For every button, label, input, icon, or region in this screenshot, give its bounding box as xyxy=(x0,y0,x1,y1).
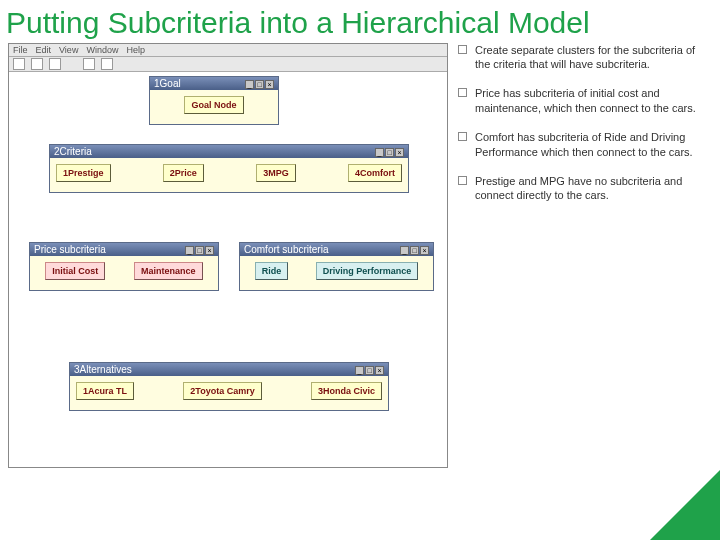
app-canvas: 1Goal _□× Goal Node 2Criteria _□× 1Prest… xyxy=(9,72,447,467)
bullet-text: Price has subcriteria of initial cost an… xyxy=(475,86,708,116)
bullet-text: Create separate clusters for the subcrit… xyxy=(475,43,708,73)
pane-title: Comfort subcriteria xyxy=(244,244,328,255)
maximize-icon[interactable]: □ xyxy=(255,80,264,89)
node-acura[interactable]: 1Acura TL xyxy=(76,382,134,400)
bullet-icon xyxy=(458,88,467,97)
menu-item[interactable]: File xyxy=(13,45,28,55)
bullet-icon xyxy=(458,45,467,54)
close-icon[interactable]: × xyxy=(420,246,429,255)
toolbar-icon[interactable] xyxy=(83,58,95,70)
minimize-icon[interactable]: _ xyxy=(245,80,254,89)
close-icon[interactable]: × xyxy=(375,366,384,375)
maximize-icon[interactable]: □ xyxy=(410,246,419,255)
node-civic[interactable]: 3Honda Civic xyxy=(311,382,382,400)
toolbar-icon[interactable] xyxy=(49,58,61,70)
node-price[interactable]: 2Price xyxy=(163,164,204,182)
pane-titlebar: Comfort subcriteria _□× xyxy=(240,243,433,256)
node-initial-cost[interactable]: Initial Cost xyxy=(45,262,105,280)
close-icon[interactable]: × xyxy=(265,80,274,89)
window-buttons: _□× xyxy=(244,78,274,89)
slide-content: File Edit View Window Help 1Goal _□× xyxy=(0,41,720,468)
pane-comfort-subcriteria: Comfort subcriteria _□× Ride Driving Per… xyxy=(239,242,434,291)
minimize-icon[interactable]: _ xyxy=(185,246,194,255)
app-toolbar xyxy=(9,57,447,72)
toolbar-icon[interactable] xyxy=(101,58,113,70)
node-driving-performance[interactable]: Driving Performance xyxy=(316,262,419,280)
bullet-item: Prestige and MPG have no subcriteria and… xyxy=(458,174,708,204)
minimize-icon[interactable]: _ xyxy=(375,148,384,157)
toolbar-icon[interactable] xyxy=(13,58,25,70)
bullet-icon xyxy=(458,132,467,141)
pane-title: Price subcriteria xyxy=(34,244,106,255)
pane-titlebar: Price subcriteria _□× xyxy=(30,243,218,256)
minimize-icon[interactable]: _ xyxy=(355,366,364,375)
bullet-icon xyxy=(458,176,467,185)
menu-item[interactable]: View xyxy=(59,45,78,55)
toolbar-icon[interactable] xyxy=(31,58,43,70)
close-icon[interactable]: × xyxy=(395,148,404,157)
close-icon[interactable]: × xyxy=(205,246,214,255)
pane-titlebar: 3Alternatives _□× xyxy=(70,363,388,376)
app-window: File Edit View Window Help 1Goal _□× xyxy=(8,43,448,468)
pane-title: 2Criteria xyxy=(54,146,92,157)
diagram-screenshot: File Edit View Window Help 1Goal _□× xyxy=(8,43,448,468)
bullet-text: Comfort has subcriteria of Ride and Driv… xyxy=(475,130,708,160)
pane-titlebar: 1Goal _□× xyxy=(150,77,278,90)
window-buttons: _□× xyxy=(354,364,384,375)
node-camry[interactable]: 2Toyota Camry xyxy=(183,382,261,400)
app-menubar: File Edit View Window Help xyxy=(9,44,447,57)
bullet-text: Prestige and MPG have no subcriteria and… xyxy=(475,174,708,204)
menu-item[interactable]: Window xyxy=(86,45,118,55)
bullet-item: Create separate clusters for the subcrit… xyxy=(458,43,708,73)
pane-price-subcriteria: Price subcriteria _□× Initial Cost Maint… xyxy=(29,242,219,291)
window-buttons: _□× xyxy=(374,146,404,157)
node-mpg[interactable]: 3MPG xyxy=(256,164,296,182)
slide-title: Putting Subcriteria into a Hierarchical … xyxy=(0,0,720,41)
window-buttons: _□× xyxy=(184,244,214,255)
corner-accent xyxy=(650,470,720,540)
menu-item[interactable]: Edit xyxy=(36,45,52,55)
bullet-list: Create separate clusters for the subcrit… xyxy=(448,43,712,468)
node-comfort[interactable]: 4Comfort xyxy=(348,164,402,182)
node-prestige[interactable]: 1Prestige xyxy=(56,164,111,182)
menu-item[interactable]: Help xyxy=(126,45,145,55)
minimize-icon[interactable]: _ xyxy=(400,246,409,255)
pane-goal: 1Goal _□× Goal Node xyxy=(149,76,279,125)
pane-titlebar: 2Criteria _□× xyxy=(50,145,408,158)
maximize-icon[interactable]: □ xyxy=(365,366,374,375)
maximize-icon[interactable]: □ xyxy=(385,148,394,157)
window-buttons: _□× xyxy=(399,244,429,255)
node-goal[interactable]: Goal Node xyxy=(184,96,243,114)
maximize-icon[interactable]: □ xyxy=(195,246,204,255)
pane-title: 3Alternatives xyxy=(74,364,132,375)
pane-alternatives: 3Alternatives _□× 1Acura TL 2Toyota Camr… xyxy=(69,362,389,411)
node-ride[interactable]: Ride xyxy=(255,262,289,280)
pane-criteria: 2Criteria _□× 1Prestige 2Price 3MPG 4Com… xyxy=(49,144,409,193)
node-maintenance[interactable]: Maintenance xyxy=(134,262,203,280)
bullet-item: Comfort has subcriteria of Ride and Driv… xyxy=(458,130,708,160)
pane-title: 1Goal xyxy=(154,78,181,89)
bullet-item: Price has subcriteria of initial cost an… xyxy=(458,86,708,116)
